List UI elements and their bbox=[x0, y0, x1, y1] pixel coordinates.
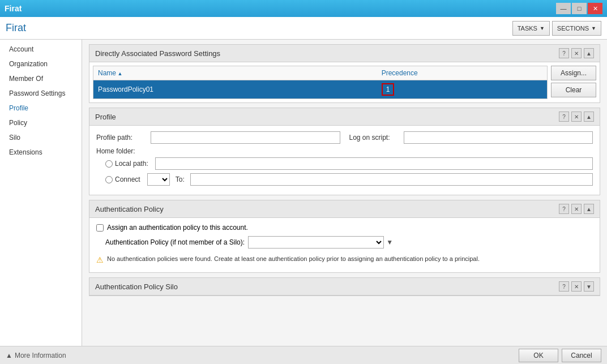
tasks-label: TASKS bbox=[518, 25, 537, 32]
silo-help-button[interactable]: ? bbox=[559, 281, 569, 292]
home-folder-label-row: Home folder: bbox=[96, 147, 593, 155]
profile-path-input[interactable] bbox=[151, 131, 340, 144]
profile-section: Profile ? ✕ ▲ Profile path: Log on scrip… bbox=[89, 108, 600, 195]
auth-close-button[interactable]: ✕ bbox=[571, 204, 582, 214]
sidebar-item-account[interactable]: Account bbox=[0, 42, 82, 57]
table-wrapper: Name Precedence PasswordPolicy01 1 bbox=[93, 66, 548, 99]
connect-row: Connect To: bbox=[96, 173, 593, 186]
window-controls: — □ ✕ bbox=[556, 3, 602, 14]
policy-dropdown-label: Authentication Policy (if not member of … bbox=[105, 238, 245, 246]
profile-path-label: Profile path: bbox=[96, 134, 147, 142]
table-area: Name Precedence PasswordPolicy01 1 bbox=[89, 62, 600, 102]
auth-help-button[interactable]: ? bbox=[559, 204, 569, 214]
sidebar-item-extensions[interactable]: Extensions bbox=[0, 145, 82, 160]
tasks-button[interactable]: TASKS ▼ bbox=[512, 21, 550, 36]
logon-script-label: Log on script: bbox=[349, 134, 400, 142]
sidebar-item-profile[interactable]: Profile bbox=[0, 101, 82, 115]
section-controls: ? ✕ ▲ bbox=[559, 48, 594, 58]
auth-policy-body: Assign an authentication policy to this … bbox=[89, 218, 600, 272]
profile-path-row: Profile path: Log on script: bbox=[96, 131, 593, 144]
header-bar: Firat TASKS ▼ SECTIONS ▼ bbox=[0, 17, 607, 40]
auth-policy-silo-section: Authentication Policy Silo ? ✕ ▼ bbox=[89, 277, 600, 296]
connect-drive-select[interactable] bbox=[147, 173, 170, 186]
sidebar-item-silo[interactable]: Silo bbox=[0, 130, 82, 145]
connect-radio-label: Connect bbox=[105, 175, 140, 183]
help-button[interactable]: ? bbox=[559, 48, 569, 58]
sidebar-item-organization[interactable]: Organization bbox=[0, 57, 82, 71]
close-button[interactable]: ✕ bbox=[588, 3, 602, 14]
clear-button[interactable]: Clear bbox=[551, 83, 596, 97]
connect-to-input[interactable] bbox=[190, 173, 593, 186]
title-bar: Firat — □ ✕ bbox=[0, 0, 607, 17]
content-area: Directly Associated Password Settings ? … bbox=[82, 40, 607, 346]
local-path-text: Local path: bbox=[115, 160, 148, 168]
sidebar: Account Organization Member Of Password … bbox=[0, 40, 82, 346]
assign-button[interactable]: Assign... bbox=[551, 66, 596, 80]
auth-policy-select[interactable] bbox=[248, 236, 384, 249]
profile-section-controls: ? ✕ ▲ bbox=[559, 112, 594, 122]
header-buttons: TASKS ▼ SECTIONS ▼ bbox=[512, 21, 601, 36]
logon-script-input[interactable] bbox=[404, 131, 593, 144]
local-path-radio-label: Local path: bbox=[105, 160, 148, 168]
sections-label: SECTIONS bbox=[557, 25, 589, 32]
bottom-buttons: OK Cancel bbox=[519, 349, 601, 362]
auth-policy-section-header: Authentication Policy ? ✕ ▲ bbox=[89, 200, 600, 218]
connect-radio[interactable] bbox=[105, 176, 113, 183]
app-title: Firat bbox=[5, 4, 22, 13]
action-buttons: Assign... Clear bbox=[551, 66, 596, 99]
ok-button[interactable]: OK bbox=[519, 349, 558, 362]
col-header-precedence[interactable]: Precedence bbox=[377, 66, 547, 80]
col-header-name[interactable]: Name bbox=[93, 66, 377, 80]
more-info[interactable]: ▲ More Information bbox=[6, 352, 66, 359]
profile-help-button[interactable]: ? bbox=[559, 112, 569, 122]
local-path-input[interactable] bbox=[155, 157, 593, 170]
silo-collapse-button[interactable]: ▼ bbox=[584, 281, 594, 292]
assign-policy-checkbox[interactable] bbox=[96, 224, 104, 232]
to-label: To: bbox=[176, 175, 185, 183]
password-settings-section: Directly Associated Password Settings ? … bbox=[89, 44, 600, 103]
profile-section-header: Profile ? ✕ ▲ bbox=[89, 108, 600, 126]
password-policy-table: Name Precedence PasswordPolicy01 1 bbox=[93, 66, 547, 99]
chevron-up-icon: ▲ bbox=[6, 352, 12, 359]
local-path-row: Local path: bbox=[96, 157, 593, 170]
profile-close-button[interactable]: ✕ bbox=[571, 112, 582, 122]
policy-name-cell: PasswordPolicy01 bbox=[93, 80, 377, 99]
cancel-button[interactable]: Cancel bbox=[562, 349, 601, 362]
sections-button[interactable]: SECTIONS ▼ bbox=[552, 21, 601, 36]
more-info-label: More Information bbox=[15, 352, 66, 359]
profile-section-title: Profile bbox=[95, 113, 116, 121]
auth-collapse-button[interactable]: ▲ bbox=[584, 204, 594, 214]
main-layout: Account Organization Member Of Password … bbox=[0, 40, 607, 346]
home-folder-label: Home folder: bbox=[96, 147, 147, 155]
warning-icon: ⚠ bbox=[96, 255, 104, 264]
auth-silo-controls: ? ✕ ▼ bbox=[559, 281, 594, 292]
section-close-button[interactable]: ✕ bbox=[571, 48, 582, 58]
auth-policy-controls: ? ✕ ▲ bbox=[559, 204, 594, 214]
sidebar-item-policy[interactable]: Policy bbox=[0, 115, 82, 130]
warning-row: ⚠ No authentication policies were found.… bbox=[96, 253, 593, 267]
maximize-button[interactable]: □ bbox=[572, 3, 587, 14]
bottom-bar: ▲ More Information OK Cancel bbox=[0, 346, 607, 364]
sidebar-item-passwordsettings[interactable]: Password Settings bbox=[0, 86, 82, 101]
profile-collapse-button[interactable]: ▲ bbox=[584, 112, 594, 122]
connect-text: Connect bbox=[115, 175, 140, 183]
warning-text: No authentication policies were found. C… bbox=[107, 255, 593, 262]
local-path-radio[interactable] bbox=[105, 160, 113, 168]
tasks-arrow-icon: ▼ bbox=[540, 25, 545, 31]
auth-policy-silo-header: Authentication Policy Silo ? ✕ ▼ bbox=[89, 278, 600, 296]
sidebar-item-memberof[interactable]: Member Of bbox=[0, 71, 82, 86]
auth-policy-section-title: Authentication Policy bbox=[95, 205, 164, 213]
password-settings-header: Directly Associated Password Settings ? … bbox=[89, 45, 600, 62]
table-row[interactable]: PasswordPolicy01 1 bbox=[93, 80, 547, 99]
assign-policy-label: Assign an authentication policy to this … bbox=[107, 224, 248, 232]
silo-close-button[interactable]: ✕ bbox=[571, 281, 582, 292]
policy-precedence-cell: 1 bbox=[377, 80, 547, 99]
section-collapse-button[interactable]: ▲ bbox=[584, 48, 594, 58]
auth-policy-dropdown-row: Authentication Policy (if not member of … bbox=[96, 236, 593, 249]
auth-policy-section: Authentication Policy ? ✕ ▲ Assign an au… bbox=[89, 200, 600, 273]
minimize-button[interactable]: — bbox=[556, 3, 571, 14]
precedence-value: 1 bbox=[382, 83, 395, 96]
auth-dropdown-arrow-icon: ▼ bbox=[386, 238, 393, 246]
password-settings-title: Directly Associated Password Settings bbox=[95, 49, 220, 58]
profile-section-body: Profile path: Log on script: Home folder… bbox=[89, 126, 600, 195]
